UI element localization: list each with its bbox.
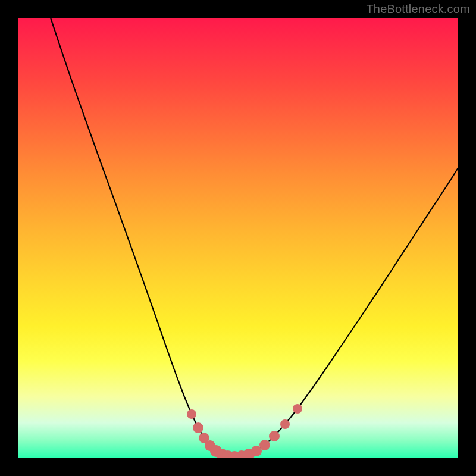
stage: TheBottleneck.com — [0, 0, 476, 476]
trough-dot — [259, 440, 270, 450]
trough-dot — [187, 409, 196, 419]
watermark-text: TheBottleneck.com — [366, 2, 470, 16]
bottleneck-curve — [51, 18, 458, 457]
curve-svg — [18, 18, 458, 458]
plot-area — [18, 18, 458, 458]
trough-dot — [193, 422, 203, 433]
trough-dot — [293, 404, 302, 414]
trough-dot — [280, 419, 290, 429]
trough-dot-group — [187, 404, 302, 458]
trough-dot — [269, 431, 280, 441]
